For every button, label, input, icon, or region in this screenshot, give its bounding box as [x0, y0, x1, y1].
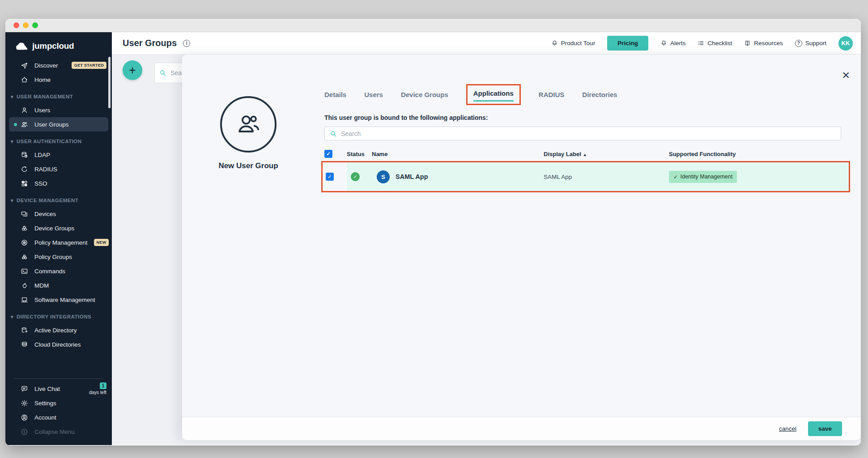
chevron-down-icon[interactable]: ▾ — [11, 198, 13, 203]
product-tour-button[interactable]: Product Tour — [551, 40, 595, 47]
minimize-window-button[interactable] — [23, 22, 29, 28]
discover-icon — [21, 62, 28, 69]
sidebar-item-ldap[interactable]: LDAP — [5, 148, 112, 162]
sidebar-item-radius[interactable]: RADIUS — [5, 162, 112, 176]
sidebar-footer: Live Chat1days leftSettingsAccountCollap… — [5, 370, 112, 439]
sidebar-item-account[interactable]: Account — [5, 410, 112, 424]
close-window-button[interactable] — [13, 22, 19, 28]
tab-device-groups[interactable]: Device Groups — [401, 91, 448, 98]
chevron-down-icon[interactable]: ▾ — [11, 139, 13, 144]
sidebar-item-collapse-menu[interactable]: Collapse Menu — [5, 424, 112, 439]
sidebar-item-software-management[interactable]: Software Management — [5, 293, 112, 307]
checklist-icon — [698, 40, 704, 47]
sidebar-scrollbar[interactable] — [108, 57, 111, 108]
search-icon — [330, 130, 337, 137]
user-avatar[interactable]: KK — [838, 36, 853, 51]
table-header-row: ✓ Status Name Display Label▲ Supported F… — [324, 147, 857, 161]
sidebar: jumpcloud DiscoverGET STARTEDHome▾USER M… — [5, 32, 112, 445]
sidebar-section-user-authentication: ▾USER AUTHENTICATION — [5, 131, 112, 148]
account-icon — [21, 414, 28, 421]
row-checkbox[interactable]: ✓ — [326, 173, 334, 181]
column-functionality: Supported Functionality — [669, 151, 857, 157]
tab-directories[interactable]: Directories — [582, 91, 617, 98]
sidebar-item-user-groups[interactable]: User Groups — [9, 117, 108, 131]
sidebar-item-active-directory[interactable]: Active Directory — [5, 323, 112, 337]
chevron-down-icon[interactable]: ▾ — [11, 94, 13, 99]
page-title: User Groups — [123, 38, 177, 48]
sidebar-section-user-management: ▾USER MANAGEMENT — [5, 87, 112, 103]
close-icon[interactable]: ✕ — [842, 71, 850, 81]
sidebar-item-live-chat[interactable]: Live Chat1days left — [5, 382, 112, 396]
bell-icon — [551, 40, 558, 47]
resources-button[interactable]: Resources — [744, 40, 783, 47]
sidebar-item-mdm[interactable]: MDM — [5, 278, 112, 293]
bell-icon — [660, 40, 667, 47]
settings-icon — [21, 399, 28, 407]
mdm-icon — [21, 282, 28, 289]
radius-icon — [21, 165, 28, 173]
tab-bar: DetailsUsersDevice GroupsApplicationsRAD… — [324, 83, 617, 106]
user-group-icon — [235, 111, 261, 137]
group-identity: New User Group — [199, 96, 298, 170]
trial-countdown: 1days left — [89, 382, 106, 395]
sidebar-item-settings[interactable]: Settings — [5, 396, 112, 410]
commands-icon — [21, 267, 28, 275]
table-row[interactable]: ✓✓SSAML AppSAML App✓Identity Management — [321, 161, 850, 192]
screenshot-stage: jumpcloud DiscoverGET STARTEDHome▾USER M… — [0, 0, 868, 458]
status-active-icon: ✓ — [351, 172, 360, 181]
devices-icon — [21, 210, 28, 218]
bound-apps-description: This user group is bound to the followin… — [324, 114, 488, 121]
sso-icon — [21, 180, 28, 187]
sidebar-item-devices[interactable]: Devices — [5, 207, 112, 221]
info-icon[interactable]: i — [183, 40, 190, 47]
sort-asc-icon: ▲ — [583, 153, 587, 157]
sidebar-divider — [14, 378, 103, 379]
badge-get-started: GET STARTED — [72, 62, 106, 69]
sidebar-item-commands[interactable]: Commands — [5, 264, 112, 278]
sidebar-item-policy-management[interactable]: Policy ManagementNEW — [5, 235, 112, 250]
sidebar-section-directory-integrations: ▾DIRECTORY INTEGRATIONS — [5, 307, 112, 323]
tab-users[interactable]: Users — [364, 91, 383, 98]
sidebar-item-cloud-directories[interactable]: Cloud Directories — [5, 337, 112, 352]
alerts-button[interactable]: Alerts — [660, 40, 686, 47]
sidebar-item-users[interactable]: Users — [5, 103, 112, 117]
support-button[interactable]: ? Support — [795, 40, 826, 47]
active-directory-icon — [21, 327, 28, 334]
policy-groups-icon — [21, 253, 28, 261]
jumpcloud-logo: jumpcloud — [5, 32, 112, 58]
app-window: jumpcloud DiscoverGET STARTEDHome▾USER M… — [5, 19, 861, 445]
page-header: User Groups i Product Tour Pricing Alert… — [112, 32, 861, 55]
save-button[interactable]: save — [808, 421, 842, 436]
main-area: User Groups i Product Tour Pricing Alert… — [112, 32, 861, 445]
checklist-button[interactable]: Checklist — [698, 40, 732, 47]
count-badge: 1 — [100, 382, 106, 389]
tab-radius[interactable]: RADIUS — [539, 91, 565, 98]
tab-applications[interactable]: Applications — [466, 84, 521, 105]
applications-search-input[interactable] — [341, 130, 836, 137]
applications-search-box[interactable] — [324, 127, 841, 140]
applications-table: ✓ Status Name Display Label▲ Supported F… — [324, 147, 857, 192]
tab-details[interactable]: Details — [324, 91, 346, 98]
zoom-window-button[interactable] — [32, 22, 38, 28]
user-group-panel: ✕ New User Group DetailsUsersDevice Grou… — [182, 55, 861, 440]
add-user-group-button[interactable]: + — [123, 60, 142, 80]
column-display-label[interactable]: Display Label▲ — [544, 151, 669, 157]
cancel-button[interactable]: cancel — [779, 425, 796, 432]
group-avatar — [220, 96, 277, 153]
sidebar-item-home[interactable]: Home — [5, 72, 112, 87]
sidebar-item-sso[interactable]: SSO — [5, 176, 112, 191]
question-icon: ? — [795, 40, 802, 47]
sidebar-item-policy-groups[interactable]: Policy Groups — [5, 250, 112, 264]
ldap-icon — [21, 151, 28, 159]
select-all-checkbox[interactable]: ✓ — [324, 150, 332, 158]
sidebar-nav: DiscoverGET STARTEDHome▾USER MANAGEMENTU… — [5, 58, 112, 352]
collapse-menu-icon — [21, 428, 28, 436]
check-icon: ✓ — [673, 174, 678, 180]
pricing-button[interactable]: Pricing — [607, 36, 648, 51]
home-icon — [21, 76, 28, 84]
sidebar-item-discover[interactable]: DiscoverGET STARTED — [5, 58, 112, 72]
sidebar-item-device-groups[interactable]: Device Groups — [5, 221, 112, 235]
chevron-down-icon[interactable]: ▾ — [11, 314, 13, 319]
users-icon — [21, 106, 28, 114]
cloud-logo-icon — [15, 42, 29, 51]
